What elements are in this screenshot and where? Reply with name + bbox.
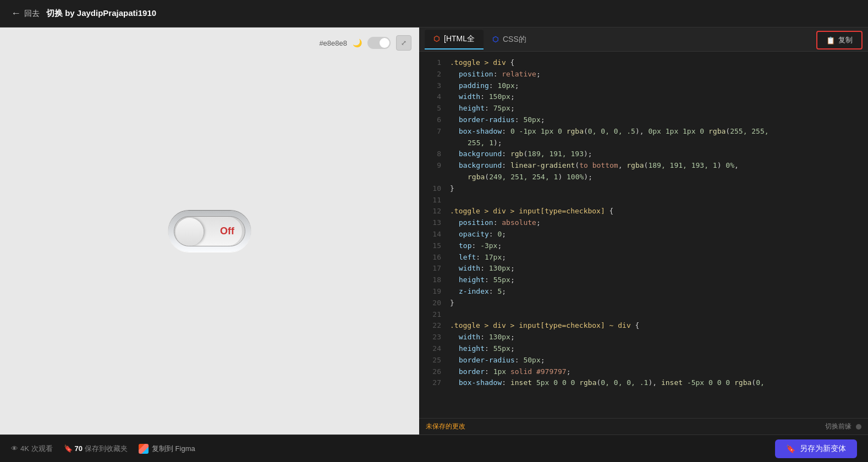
code-line: rgba(249, 251, 254, 1) 100%); — [419, 172, 868, 183]
bookmark-icon: 🔖 — [64, 444, 73, 453]
line-content: z-index: 5; — [450, 286, 862, 298]
line-number: 21 — [425, 309, 441, 321]
line-number: 9 — [425, 160, 441, 172]
back-button[interactable]: ← 回去 — [11, 8, 40, 19]
view-count: 👁 4K 次观看 — [11, 444, 53, 454]
copy-button[interactable]: 📋 复制 — [816, 31, 862, 50]
color-value-label: #e8e8e8 — [319, 39, 347, 47]
status-bar: 未保存的更改 切换前缘 — [419, 418, 868, 435]
line-content: background: linear-gradient(to bottom, r… — [450, 160, 862, 172]
line-number: 18 — [425, 274, 441, 286]
copy-to-figma-button[interactable]: 复制到 Figma — [139, 444, 195, 454]
line-number: 7 — [425, 126, 441, 138]
bottom-bar: 👁 4K 次观看 🔖 70 保存到收藏夹 复制到 Figma 🔖 另存为新变体 — [0, 435, 868, 462]
line-number: 25 — [425, 355, 441, 366]
copy-icon: 📋 — [826, 36, 835, 45]
line-content: width: 150px; — [450, 91, 862, 103]
line-number: 14 — [425, 229, 441, 240]
code-line: 26border: 1px solid #979797; — [419, 366, 868, 378]
save-to-favorites-button[interactable]: 🔖 70 保存到收藏夹 — [64, 444, 128, 454]
line-content: } — [450, 183, 862, 195]
line-content: position: absolute; — [450, 217, 862, 229]
line-number: 22 — [425, 320, 441, 332]
html-icon: ⬡ — [433, 35, 440, 43]
line-content: .toggle > div { — [450, 57, 862, 69]
tab-css[interactable]: ⬡ CSS的 — [484, 30, 535, 49]
line-number: 5 — [425, 103, 441, 114]
code-line: 3padding: 10px; — [419, 80, 868, 92]
line-content: height: 55px; — [450, 343, 862, 355]
line-content: top: -3px; — [450, 240, 862, 252]
code-line: 2position: relative; — [419, 69, 868, 80]
theme-toggle[interactable] — [367, 37, 391, 49]
line-content: height: 55px; — [450, 274, 862, 286]
line-number — [425, 138, 441, 149]
back-arrow-icon: ← — [11, 8, 21, 19]
line-content: background: rgb(189, 191, 193); — [450, 148, 862, 160]
code-line: 14opacity: 0; — [419, 229, 868, 240]
top-bar: ← 回去 切换 by JaydipPrajapati1910 — [0, 0, 868, 28]
save-new-label: 另存为新变体 — [800, 444, 846, 454]
code-line: 18height: 55px; — [419, 274, 868, 286]
save-new-variant-button[interactable]: 🔖 另存为新变体 — [775, 439, 857, 458]
code-line: 23width: 130px; — [419, 332, 868, 343]
line-number: 17 — [425, 263, 441, 274]
line-number: 6 — [425, 114, 441, 126]
toggle-slider-knob — [175, 218, 204, 246]
line-content: height: 75px; — [450, 103, 862, 114]
line-number: 8 — [425, 148, 441, 160]
line-number: 2 — [425, 69, 441, 80]
toggle-component[interactable]: On Off — [168, 211, 251, 252]
line-number: 19 — [425, 286, 441, 298]
code-line: 255, 1); — [419, 138, 868, 149]
line-number: 1 — [425, 57, 441, 69]
page-title: 切换 by JaydipPrajapati1910 — [46, 8, 156, 19]
line-content — [450, 309, 862, 321]
eye-icon: 👁 — [11, 444, 18, 453]
code-line: 12.toggle > div > input[type=checkbox] { — [419, 206, 868, 217]
save-variant-icon: 🔖 — [786, 444, 795, 453]
code-tabs: ⬡ [HTML全 ⬡ CSS的 📋 复制 — [419, 28, 868, 52]
line-number: 4 — [425, 91, 441, 103]
code-line: 21 — [419, 309, 868, 321]
line-number: 10 — [425, 183, 441, 195]
save-label: 保存到收藏夹 — [85, 444, 128, 454]
line-content: left: 17px; — [450, 252, 862, 263]
view-count-label: 4K 次观看 — [20, 444, 53, 454]
moon-icon: 🌙 — [353, 38, 362, 47]
line-content: .toggle > div > input[type=checkbox] { — [450, 206, 862, 217]
code-area[interactable]: 1.toggle > div {2position: relative;3pad… — [419, 52, 868, 418]
line-content — [450, 195, 862, 206]
toggle-off-label: Off — [210, 217, 245, 246]
line-content: border-radius: 50px; — [450, 355, 862, 366]
preview-panel: #e8e8e8 🌙 ⤢ On Off — [0, 28, 419, 435]
code-line: 8background: rgb(189, 191, 193); — [419, 148, 868, 160]
css-icon: ⬡ — [492, 35, 498, 43]
line-content: border-radius: 50px; — [450, 114, 862, 126]
line-content: opacity: 0; — [450, 229, 862, 240]
toggle-outer: On Off — [168, 211, 251, 252]
expand-button[interactable]: ⤢ — [396, 35, 411, 51]
line-number: 13 — [425, 217, 441, 229]
line-number: 16 — [425, 252, 441, 263]
line-content: rgba(249, 251, 254, 1) 100%); — [450, 172, 862, 183]
code-line: 10} — [419, 183, 868, 195]
code-line: 9background: linear-gradient(to bottom, … — [419, 160, 868, 172]
line-number — [425, 172, 441, 183]
back-label: 回去 — [24, 9, 40, 19]
line-number: 23 — [425, 332, 441, 343]
line-content: box-shadow: 0 -1px 1px 0 rgba(0, 0, 0, .… — [450, 126, 862, 138]
code-line: 22.toggle > div > input[type=checkbox] ~… — [419, 320, 868, 332]
code-line: 16left: 17px; — [419, 252, 868, 263]
copy-label: 复制 — [838, 35, 853, 45]
code-line: 4width: 150px; — [419, 91, 868, 103]
line-content: padding: 10px; — [450, 80, 862, 92]
code-line: 15top: -3px; — [419, 240, 868, 252]
line-content: } — [450, 298, 862, 309]
line-content: .toggle > div > input[type=checkbox] ~ d… — [450, 320, 862, 332]
code-panel: ⬡ [HTML全 ⬡ CSS的 📋 复制 1.toggle > div {2po… — [419, 28, 868, 435]
line-number: 20 — [425, 298, 441, 309]
figma-label: 复制到 Figma — [152, 444, 195, 454]
tab-html[interactable]: ⬡ [HTML全 — [425, 30, 484, 50]
code-line: 1.toggle > div { — [419, 57, 868, 69]
